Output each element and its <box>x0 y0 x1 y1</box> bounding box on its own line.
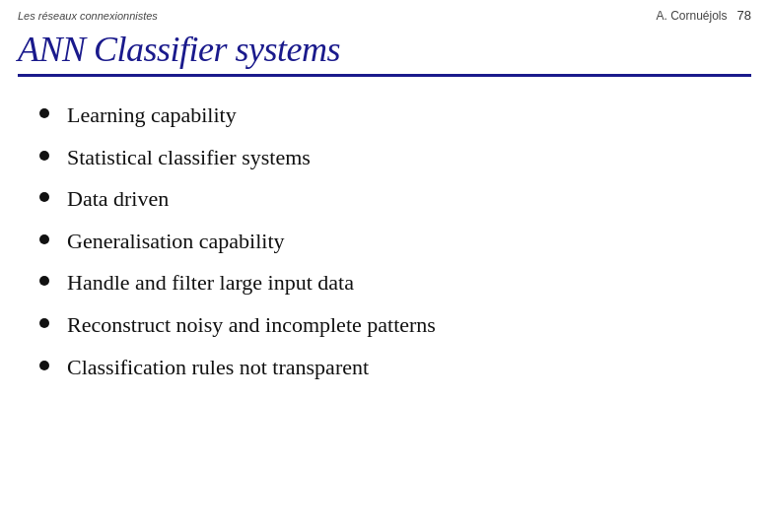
author-name: A. Cornuéjols <box>656 9 727 23</box>
list-item: Handle and filter large input data <box>39 262 730 304</box>
content-area: Learning capabilityStatistical classifie… <box>0 77 769 388</box>
bullet-text: Classification rules not transparent <box>67 354 369 382</box>
list-item: Data driven <box>39 178 730 221</box>
list-item: Generalisation capability <box>39 221 730 263</box>
list-item: Reconstruct noisy and incomplete pattern… <box>39 304 730 347</box>
bullet-text: Learning capability <box>67 101 237 130</box>
bullet-icon <box>39 234 49 244</box>
header: Les réseaux connexionnistes A. Cornuéjol… <box>0 0 769 27</box>
bullet-icon <box>39 318 49 328</box>
bullet-icon <box>39 361 49 370</box>
bullet-icon <box>39 192 49 202</box>
bullet-text: Generalisation capability <box>67 228 285 256</box>
bullet-text: Data driven <box>67 185 169 214</box>
bullet-text: Reconstruct noisy and incomplete pattern… <box>67 311 436 340</box>
header-right: A. Cornuéjols 78 <box>656 8 751 23</box>
list-item: Classification rules not transparent <box>39 347 730 389</box>
page-number: 78 <box>737 8 751 23</box>
list-item: Statistical classifier systems <box>39 137 730 179</box>
bullet-icon <box>39 276 49 286</box>
bullet-icon <box>39 108 49 118</box>
slide-title: ANN Classifier systems <box>18 29 751 70</box>
bullet-list: Learning capabilityStatistical classifie… <box>39 95 730 388</box>
bullet-text: Handle and filter large input data <box>67 269 354 298</box>
title-section: ANN Classifier systems <box>0 27 769 70</box>
list-item: Learning capability <box>39 95 730 137</box>
bullet-text: Statistical classifier systems <box>67 144 311 172</box>
bullet-icon <box>39 151 49 161</box>
header-subtitle: Les réseaux connexionnistes <box>18 10 158 22</box>
